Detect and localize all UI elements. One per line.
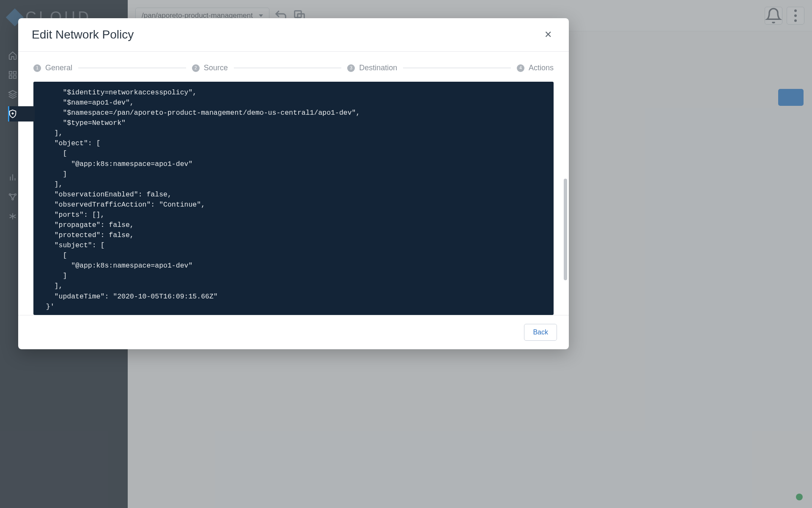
step-label: General: [45, 64, 72, 72]
edit-policy-modal: Edit Network Policy ✕ 1 General 2 Source…: [18, 18, 569, 349]
step-label: Destination: [359, 64, 397, 72]
close-icon[interactable]: ✕: [541, 28, 555, 42]
step-connector: [234, 68, 342, 68]
wizard-stepper: 1 General 2 Source 3 Destination 4 Actio…: [33, 64, 554, 72]
step-source[interactable]: 2 Source: [192, 64, 228, 72]
step-destination[interactable]: 3 Destination: [347, 64, 397, 72]
step-label: Source: [204, 64, 228, 72]
step-connector: [403, 68, 511, 68]
modal-title: Edit Network Policy: [32, 28, 134, 41]
modal-overlay: Edit Network Policy ✕ 1 General 2 Source…: [0, 0, 812, 508]
step-actions[interactable]: 4 Actions: [517, 64, 554, 72]
modal-header: Edit Network Policy ✕: [18, 18, 569, 52]
scrollbar-thumb[interactable]: [564, 179, 567, 280]
step-label: Actions: [529, 64, 554, 72]
step-number: 1: [33, 64, 41, 72]
step-number: 2: [192, 64, 200, 72]
back-button[interactable]: Back: [524, 324, 557, 341]
step-number: 4: [517, 64, 524, 72]
step-general[interactable]: 1 General: [33, 64, 72, 72]
modal-footer: Back: [18, 315, 569, 349]
policy-json-code[interactable]: "$identity=networkaccesspolicy", "$name=…: [33, 82, 554, 315]
modal-body: 1 General 2 Source 3 Destination 4 Actio…: [18, 52, 569, 315]
shield-icon[interactable]: [8, 109, 17, 119]
step-connector: [78, 68, 186, 68]
step-number: 3: [347, 64, 355, 72]
